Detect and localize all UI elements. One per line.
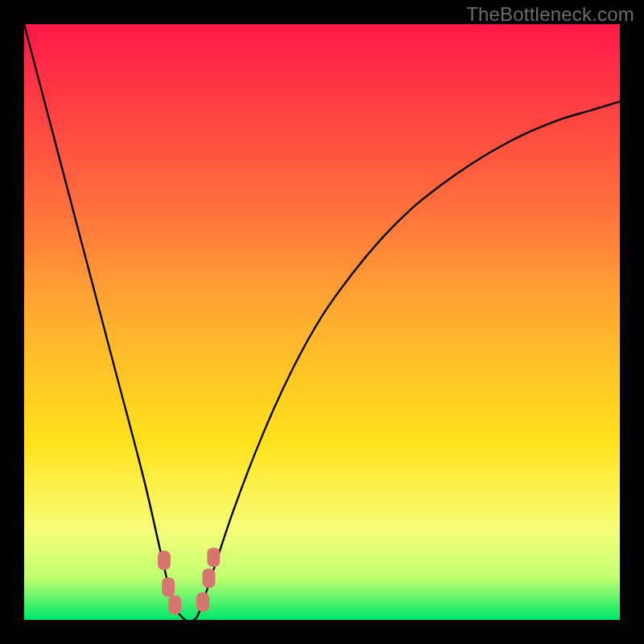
curve-marker [158,551,171,570]
watermark-text: TheBottleneck.com [466,3,634,26]
gradient-background [24,24,620,620]
curve-marker [168,596,181,615]
curve-marker [202,568,215,588]
curve-marker [162,577,175,597]
bottleneck-chart [0,0,644,644]
curve-marker [207,547,220,567]
curve-marker [196,592,209,612]
chart-container: TheBottleneck.com [0,0,644,644]
